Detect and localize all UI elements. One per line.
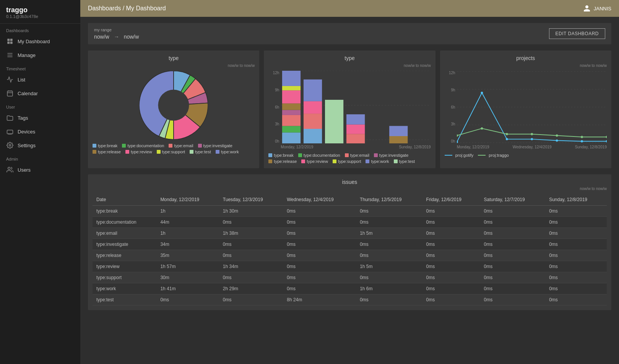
y-label: 3h [445,122,455,126]
table-cell: 0ms [283,217,356,228]
svg-point-50 [457,135,458,137]
table-cell: 0ms [422,217,480,228]
charts-row: type now/w to now/w type:breaktype:docum… [88,50,611,168]
manage-icon [6,51,14,59]
pie-chart-title: type [93,55,255,61]
issues-table: DateMonday, 12/2/2019Tuesday, 12/3/2019W… [93,194,607,306]
table-cell: 0ms [356,250,422,261]
range-values: now/w → now/w [94,34,139,40]
table-header-row: DateMonday, 12/2/2019Tuesday, 12/3/2019W… [93,194,607,206]
svg-rect-3 [10,42,13,44]
table-cell: 0ms [480,283,545,294]
svg-rect-4 [7,53,13,54]
table-cell: 0ms [422,283,480,294]
table-cell: 44m [156,217,219,228]
svg-rect-31 [304,80,322,101]
app-name: traggo [6,6,74,14]
svg-point-48 [581,140,583,143]
sidebar-item-calendar[interactable]: Calendar [0,86,80,100]
users-icon [6,166,14,174]
app-version: 0.1.1@3b3c478e [6,14,74,19]
table-header-cell: Tuesday, 12/3/2019 [219,194,283,206]
sidebar-item-label: Settings [18,143,36,148]
table-cell: 0ms [356,272,422,283]
table-cell: 0ms [356,206,422,217]
settings-icon [6,141,14,149]
table-cell: 0ms [422,239,480,250]
legend-item: type:review [301,159,328,164]
table-row: type:documentation44m0ms0ms0ms0ms0ms0ms [93,217,607,228]
bar-chart-svg [281,71,431,143]
edit-dashboard-button[interactable]: EDIT DASHBOARD [549,28,605,39]
table-cell: 0ms [219,294,283,306]
table-cell: 0ms [480,261,545,272]
breadcrumb: Dashboards / My Dashboard [88,5,166,12]
sidebar-item-tags[interactable]: Tags [0,111,80,125]
table-header-cell: Saturday, 12/7/2019 [480,194,545,206]
svg-rect-2 [7,42,10,44]
table-row: type:test0ms0ms8h 24m0ms0ms0ms0ms [93,294,607,306]
table-header-cell: Monday, 12/2/2019 [156,194,219,206]
svg-point-54 [556,135,558,137]
issues-table-header: DateMonday, 12/2/2019Tuesday, 12/3/2019W… [93,194,607,206]
bar-y-labels: 12h 9h 6h 3h 0h [268,71,279,143]
dashboard-icon [6,37,14,45]
table-cell: type:test [93,294,156,306]
svg-point-44 [481,92,483,94]
table-cell: type:email [93,228,156,239]
table-row: type:break1h1h 30m0ms0ms0ms0ms0ms [93,206,607,217]
legend-item: type:email [169,143,193,148]
sidebar-item-devices[interactable]: Devices [0,125,80,138]
table-cell: 0ms [545,250,607,261]
y-label: 0h [445,139,455,143]
legend-item: type:break [268,153,293,158]
line-chart-card: projects now/w to now/w 12h 9h 6h 3h 0h … [440,50,611,168]
svg-rect-37 [389,126,408,136]
legend-item: type:support [333,159,361,164]
svg-rect-32 [325,100,343,143]
svg-point-53 [531,133,533,135]
table-cell: 0ms [545,294,607,306]
sidebar-item-label: Tags [18,115,28,121]
bar-legend: type:breaktype:documentationtype:emailty… [268,153,431,164]
legend-item: type:email [345,153,369,158]
header: Dashboards / My Dashboard JANNIS [80,0,619,17]
issues-card: issues now/w to now/w DateMonday, 12/2/2… [88,174,611,310]
sidebar-item-manage[interactable]: Manage [0,48,80,62]
table-row: type:support30m0ms0ms0ms0ms0ms0ms [93,272,607,283]
svg-rect-26 [282,86,301,90]
sidebar-item-users[interactable]: Users [0,163,80,177]
legend-item: type:investigate [374,153,408,158]
legend-item: proj:gotify [445,153,474,158]
svg-point-56 [606,136,607,138]
table-header-cell: Friday, 12/6/2019 [422,194,480,206]
line-y-labels: 12h 9h 6h 3h 0h [445,71,455,143]
table-cell: 0ms [422,250,480,261]
svg-point-52 [505,133,508,135]
table-cell: 35m [156,250,219,261]
bar-chart-area: 12h 9h 6h 3h 0h [268,71,431,143]
sidebar-item-my-dashboard[interactable]: My Dashboard [0,34,80,48]
svg-rect-34 [346,125,365,134]
table-cell: 8h 24m [283,294,356,306]
svg-point-14 [158,90,189,121]
legend-item: type:test [394,159,415,164]
table-cell: 0ms [480,228,545,239]
issues-table-body: type:break1h1h 30m0ms0ms0ms0ms0mstype:do… [93,206,607,306]
table-cell: type:documentation [93,217,156,228]
table-cell: 0ms [283,250,356,261]
range-label: my range [94,28,139,32]
line-chart-area: 12h 9h 6h 3h 0h [445,71,607,143]
sidebar-item-list[interactable]: List [0,73,80,86]
x-label: Wednesday, 12/4/2019 [513,145,552,149]
table-cell: type:release [93,250,156,261]
admin-section-label: Admin [0,152,80,163]
table-cell: 0ms [545,228,607,239]
sidebar-item-settings[interactable]: Settings [0,138,80,152]
svg-rect-23 [282,110,301,115]
pie-chart-subtitle: now/w to now/w [93,63,255,68]
legend-item: proj:traggo [478,153,509,158]
table-cell: 0ms [283,272,356,283]
svg-point-12 [9,145,11,146]
table-cell: 1h 34m [219,261,283,272]
